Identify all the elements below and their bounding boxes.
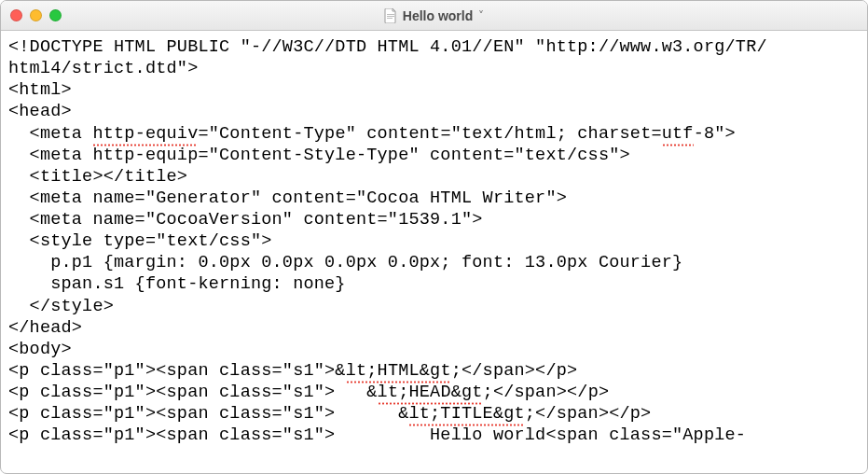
code-line: <meta name="Generator" content="Cocoa HT… xyxy=(8,188,567,208)
spellcheck-underline: lt;HEAD&gt xyxy=(378,382,483,403)
code-line: <p class="p1"><span class="s1"> & xyxy=(8,404,408,424)
svg-rect-2 xyxy=(387,18,393,19)
document-icon xyxy=(384,8,397,23)
zoom-button[interactable] xyxy=(49,9,62,21)
code-line: </style> xyxy=(8,297,114,316)
code-line: <title></title> xyxy=(8,167,187,187)
title-wrap: Hello world ˅ xyxy=(1,8,867,23)
chevron-down-icon[interactable]: ˅ xyxy=(478,9,484,22)
code-line: <style type="text/css"> xyxy=(8,231,272,251)
code-line: <meta xyxy=(8,124,92,144)
code-line: <meta http-equip="Content-Style-Type" co… xyxy=(8,146,630,165)
spellcheck-underline: lt;TITLE&gt xyxy=(408,403,524,425)
spellcheck-underline: utf xyxy=(662,123,694,145)
code-line: ;</span></p> xyxy=(483,383,610,402)
spellcheck-underline: lt;HTML&gt xyxy=(346,360,451,382)
window-title: Hello world xyxy=(403,8,473,23)
spellcheck-underline: http-equiv xyxy=(92,123,198,145)
code-line: <body> xyxy=(8,340,72,359)
editor-window: Hello world ˅ <!DOCTYPE HTML PUBLIC "-//… xyxy=(0,0,868,474)
code-line: ;</span></p> xyxy=(451,361,578,381)
minimize-button[interactable] xyxy=(30,9,42,21)
code-line: ="Content-Type" content="text/html; char… xyxy=(198,124,661,144)
svg-rect-1 xyxy=(387,16,394,17)
code-line: <p class="p1"><span class="s1">& xyxy=(8,361,346,381)
code-line: <head> xyxy=(8,102,72,121)
code-line: <p class="p1"><span class="s1"> & xyxy=(8,383,378,402)
code-line: <meta name="CocoaVersion" content="1539.… xyxy=(8,210,483,230)
code-line: -8"> xyxy=(694,124,736,144)
code-line: </head> xyxy=(8,318,82,338)
traffic-lights xyxy=(10,9,62,21)
code-line: <html> xyxy=(8,80,72,100)
code-line: ;</span></p> xyxy=(525,404,652,424)
code-line: <!DOCTYPE HTML PUBLIC "-//W3C//DTD HTML … xyxy=(8,37,767,57)
code-text[interactable]: <!DOCTYPE HTML PUBLIC "-//W3C//DTD HTML … xyxy=(8,36,860,446)
svg-rect-0 xyxy=(387,14,394,15)
editor-content[interactable]: <!DOCTYPE HTML PUBLIC "-//W3C//DTD HTML … xyxy=(1,31,867,473)
code-line: span.s1 {font-kerning: none} xyxy=(8,274,346,294)
code-line: p.p1 {margin: 0.0px 0.0px 0.0px 0.0px; f… xyxy=(8,253,682,272)
close-button[interactable] xyxy=(10,9,22,21)
code-line: html4/strict.dtd"> xyxy=(8,59,198,78)
code-line: <p class="p1"><span class="s1"> Hello wo… xyxy=(8,425,746,445)
titlebar[interactable]: Hello world ˅ xyxy=(1,1,867,31)
